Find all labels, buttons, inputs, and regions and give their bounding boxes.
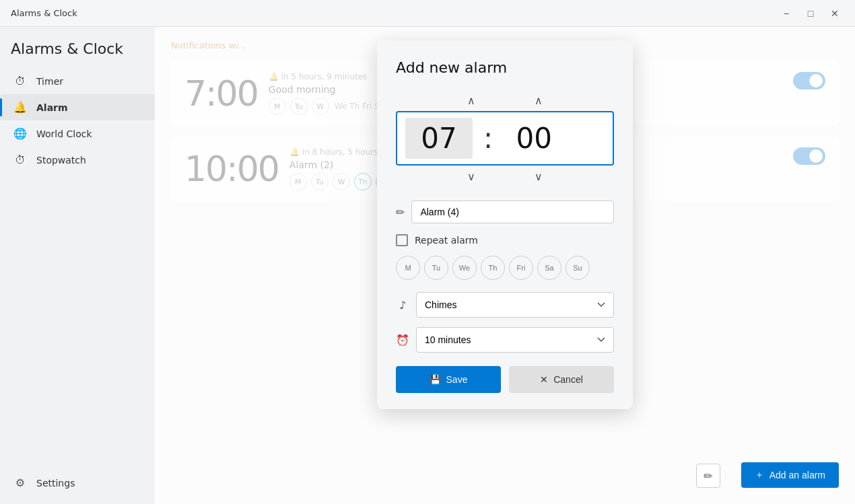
dialog-actions: 💾 Save ✕ Cancel [396, 366, 614, 393]
sidebar-item-stopwatch[interactable]: ⏱ Stopwatch [0, 147, 155, 173]
day-button-sun[interactable]: Su [566, 256, 590, 280]
day-button-tue[interactable]: Tu [424, 256, 448, 280]
repeat-checkbox[interactable] [396, 234, 408, 246]
content-area: Notifications wi... 7:00 🔔in 5 hours, 9 … [155, 27, 855, 504]
save-label: Save [446, 374, 468, 385]
sound-select[interactable]: Chimes Alarm Bell Buzzer Chord [416, 292, 614, 318]
day-button-thu[interactable]: Th [481, 256, 505, 280]
settings-label: Settings [36, 478, 75, 489]
titlebar: Alarms & Clock − □ ✕ [0, 0, 855, 27]
alarm-icon: 🔔 [13, 101, 27, 114]
day-button-sat[interactable]: Sa [537, 256, 561, 280]
app-body: Alarms & Clock ⏱ Timer 🔔 Alarm 🌐 World C… [0, 27, 855, 504]
sidebar-item-label-stopwatch: Stopwatch [36, 155, 86, 166]
plus-icon: ＋ [755, 469, 764, 481]
alarm-name-input[interactable] [411, 201, 614, 223]
edit-alarms-button[interactable]: ✏ [696, 464, 720, 488]
time-display[interactable]: 07 : 00 [396, 111, 614, 166]
time-colon: : [473, 122, 504, 155]
sidebar-settings[interactable]: ⚙ Settings [0, 470, 155, 496]
edit-pencil-icon: ✏ [396, 206, 405, 219]
sidebar-item-label-world-clock: World Clock [36, 129, 92, 139]
day-button-wed[interactable]: We [452, 256, 477, 280]
snooze-select[interactable]: 10 minutes 5 minutes 15 minutes 20 minut… [416, 327, 614, 353]
add-alarm-button[interactable]: ＋ Add an alarm [741, 462, 839, 488]
day-button-mon[interactable]: M [396, 256, 420, 280]
minimize-button[interactable]: − [777, 4, 796, 23]
sidebar-item-alarm[interactable]: 🔔 Alarm [0, 94, 155, 120]
day-button-fri[interactable]: Fri [509, 256, 533, 280]
cancel-button[interactable]: ✕ Cancel [509, 366, 614, 393]
world-clock-icon: 🌐 [13, 127, 27, 140]
sidebar-item-world-clock[interactable]: 🌐 World Clock [0, 120, 155, 147]
cancel-label: Cancel [553, 374, 583, 385]
sound-row: ♪ Chimes Alarm Bell Buzzer Chord [396, 292, 614, 318]
cancel-icon: ✕ [540, 374, 548, 385]
stopwatch-icon: ⏱ [13, 153, 27, 166]
time-arrows-top: ∧ ∧ [396, 89, 614, 111]
snooze-row: ⏰ 10 minutes 5 minutes 15 minutes 20 min… [396, 327, 614, 353]
add-alarm-label: Add an alarm [770, 470, 825, 480]
minutes-display[interactable]: 00 [504, 122, 564, 155]
hours-display[interactable]: 07 [405, 118, 473, 159]
sidebar: Alarms & Clock ⏱ Timer 🔔 Alarm 🌐 World C… [0, 27, 155, 504]
timer-icon: ⏱ [13, 75, 27, 87]
time-picker: ∧ ∧ 07 : 00 ∨ ∨ [396, 89, 614, 187]
save-button[interactable]: 💾 Save [396, 366, 501, 393]
sidebar-header: Alarms & Clock [0, 35, 155, 68]
save-icon: 💾 [430, 374, 441, 385]
minutes-up-button[interactable]: ∧ [518, 89, 559, 111]
dialog-title: Add new alarm [396, 59, 614, 76]
dialog-overlay: Add new alarm ∧ ∧ 07 : 00 ∨ [155, 27, 855, 504]
settings-icon: ⚙ [13, 476, 27, 489]
repeat-label: Repeat alarm [415, 235, 478, 246]
minutes-down-button[interactable]: ∨ [518, 166, 559, 187]
sidebar-item-timer[interactable]: ⏱ Timer [0, 68, 155, 94]
close-button[interactable]: ✕ [825, 4, 844, 23]
repeat-row: Repeat alarm [396, 234, 614, 246]
hours-down-button[interactable]: ∨ [451, 166, 491, 187]
snooze-icon: ⏰ [396, 334, 409, 347]
day-buttons-row: M Tu We Th Fri Sa Su [396, 256, 614, 280]
titlebar-title: Alarms & Clock [11, 8, 777, 18]
titlebar-controls: − □ ✕ [777, 4, 844, 23]
hours-up-button[interactable]: ∧ [451, 89, 491, 111]
music-note-icon: ♪ [396, 299, 409, 312]
maximize-button[interactable]: □ [801, 4, 820, 23]
alarm-name-row: ✏ [396, 201, 614, 223]
sidebar-item-label-timer: Timer [36, 76, 63, 87]
add-alarm-dialog: Add new alarm ∧ ∧ 07 : 00 ∨ [377, 40, 633, 409]
sidebar-item-label-alarm: Alarm [36, 102, 68, 113]
time-arrows-bottom: ∨ ∨ [396, 166, 614, 187]
